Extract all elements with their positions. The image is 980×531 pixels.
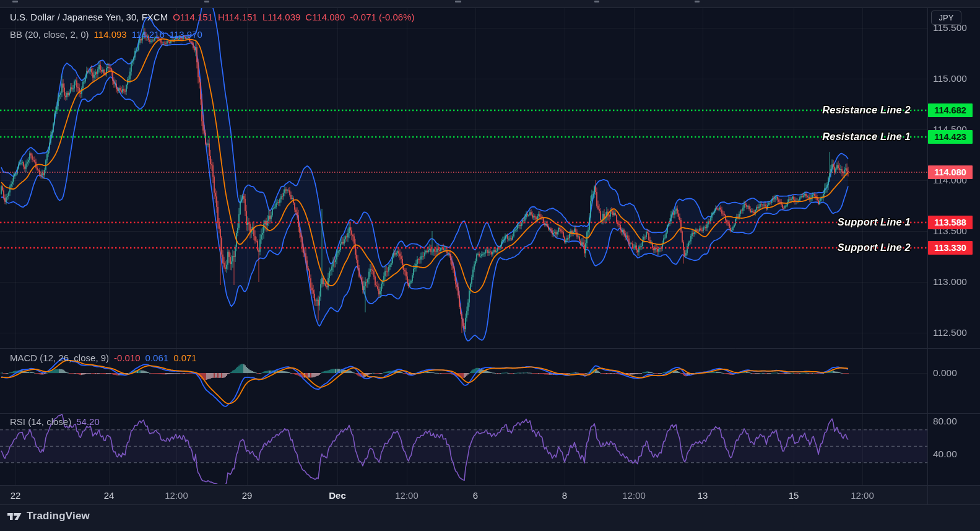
change-value: -0.071 (-0.06%): [350, 12, 414, 22]
rsi-value: 54.20: [76, 416, 100, 427]
price-tick-label: 0.000: [933, 367, 957, 379]
time-tick-label: 12:00: [851, 490, 874, 501]
ohlc-open: O114.151: [173, 12, 213, 22]
time-axis[interactable]: 222412:0029Dec12:006812:00131512:00: [0, 485, 980, 504]
time-tick-label: 22: [11, 490, 21, 501]
support-1-price-badge: 113.588: [928, 216, 973, 229]
price-tick-label: 112.500: [933, 327, 967, 338]
cropped-text-fragment: [12, 1, 18, 2]
cropped-text-fragment: [594, 1, 599, 2]
bb-label: BB (20, close, 2, 0): [10, 29, 89, 40]
cropped-text-fragment: [695, 1, 700, 2]
time-tick-label: 29: [242, 490, 253, 501]
support-line-2-label[interactable]: Support Line 2: [838, 242, 911, 253]
tradingview-logo-text: TradingView: [27, 510, 90, 522]
time-tick-label: 24: [104, 490, 115, 501]
tradingview-chart-window: U.S. Dollar / Japanese Yen, 30, FXCM O11…: [0, 0, 980, 531]
bb-basis-value: 114.093: [94, 29, 127, 40]
bollinger-legend-row[interactable]: BB (20, close, 2, 0) 114.093 114.216 113…: [10, 29, 202, 40]
ohlc-close: C114.080: [305, 12, 345, 22]
price-tick-label: 113.000: [933, 276, 967, 287]
tradingview-logo[interactable]: TradingView: [7, 510, 90, 522]
price-axis[interactable]: JPY 115.500115.000114.500114.000113.5001…: [927, 0, 980, 504]
cropped-text-fragment: [204, 1, 209, 2]
symbol-legend-row[interactable]: U.S. Dollar / Japanese Yen, 30, FXCM O11…: [10, 12, 415, 22]
time-tick-label: 13: [698, 490, 708, 501]
time-tick-label: Dec: [329, 490, 346, 501]
resistance-2-price-badge: 114.682: [928, 103, 973, 117]
resistance-line-2-label[interactable]: Resistance Line 2: [822, 104, 911, 116]
time-tick-label: 12:00: [165, 490, 188, 501]
macd-line-value: 0.061: [145, 353, 169, 363]
price-tick-label: 115.000: [933, 73, 967, 84]
rsi-legend-row[interactable]: RSI (14, close) 54.20: [10, 416, 100, 427]
price-tick-label: 80.00: [933, 416, 957, 427]
cropped-text-fragment: [455, 1, 461, 2]
macd-label: MACD (12, 26, close, 9): [10, 353, 109, 363]
bb-upper-value: 114.216: [132, 29, 165, 40]
last-price-badge: 114.080: [928, 165, 973, 179]
resistance-1-price-badge: 114.423: [928, 130, 973, 144]
cropped-toolbar-strip: [0, 0, 980, 8]
tradingview-logo-icon: [7, 511, 22, 522]
symbol-title: U.S. Dollar / Japanese Yen, 30, FXCM: [10, 12, 168, 22]
time-tick-label: 12:00: [622, 490, 646, 501]
bb-lower-value: 113.970: [170, 29, 202, 40]
price-tick-label: 115.500: [933, 22, 967, 33]
chart-canvas[interactable]: [0, 0, 980, 531]
macd-hist-value: -0.010: [114, 353, 141, 363]
ohlc-low: L114.039: [262, 12, 300, 22]
macd-legend-row[interactable]: MACD (12, 26, close, 9) -0.010 0.061 0.0…: [10, 353, 197, 363]
resistance-line-1-label[interactable]: Resistance Line 1: [822, 131, 911, 143]
time-tick-label: 6: [473, 490, 478, 501]
time-tick-label: 12:00: [395, 490, 418, 501]
price-tick-label: 40.00: [933, 449, 957, 460]
rsi-label: RSI (14, close): [10, 416, 71, 427]
macd-signal-value: 0.071: [173, 353, 197, 363]
time-tick-label: 15: [789, 490, 799, 501]
ohlc-high: H114.151: [218, 12, 258, 22]
time-tick-label: 8: [562, 490, 567, 501]
support-line-1-label[interactable]: Support Line 1: [838, 216, 911, 228]
support-2-price-badge: 113.330: [928, 241, 973, 255]
